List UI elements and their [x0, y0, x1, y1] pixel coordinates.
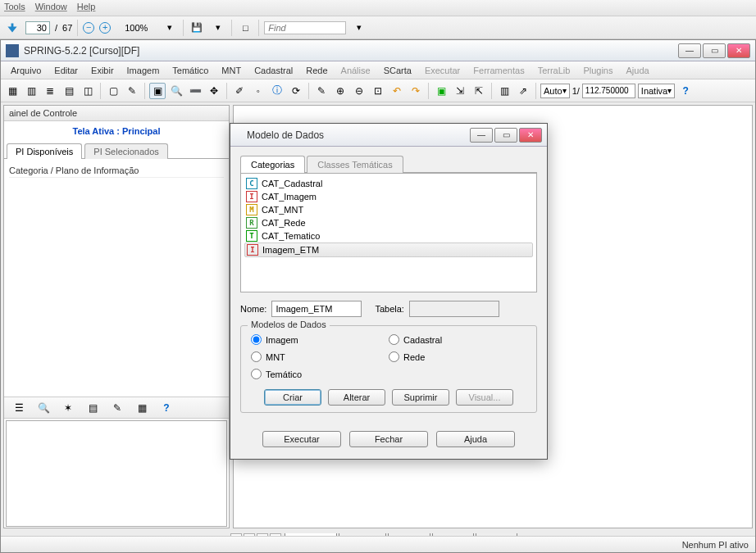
pan-icon[interactable]: ✥	[206, 83, 222, 99]
scale-mode-combo[interactable]: Auto ▾	[540, 84, 570, 98]
list-item[interactable]: IImagem_ETM	[244, 243, 533, 257]
menu-ferramentas[interactable]: Ferramentas	[468, 64, 529, 77]
radio-cadastral[interactable]: Cadastral	[389, 334, 526, 345]
find-input[interactable]	[264, 21, 346, 34]
measure-icon[interactable]: ✐	[231, 83, 248, 99]
menu-rede[interactable]: Rede	[301, 64, 332, 77]
help2-icon[interactable]: ?	[158, 400, 175, 416]
alterar-button[interactable]: Alterar	[328, 389, 385, 406]
menu-arquivo[interactable]: Arquivo	[6, 64, 46, 77]
point-icon[interactable]: ✎	[124, 83, 140, 99]
suprimir-button[interactable]: Suprimir	[392, 389, 449, 406]
layers-icon[interactable]: ≣	[42, 83, 58, 99]
radio-tematico[interactable]: Temático	[251, 369, 389, 379]
save-dropdown-icon[interactable]: ▾	[210, 20, 226, 36]
arrows-in-icon[interactable]: ⇱	[471, 83, 487, 99]
category-label: Imagem_ETM	[262, 245, 319, 255]
table-icon[interactable]: ▦	[134, 400, 150, 416]
link-icon[interactable]: ▣	[433, 83, 449, 99]
scale-input[interactable]	[582, 84, 635, 98]
info-icon[interactable]: ⓘ	[269, 83, 285, 99]
menu-plugins[interactable]: Plugins	[578, 64, 617, 77]
next-icon[interactable]: ↷	[408, 83, 424, 99]
info-point-icon[interactable]: ◦	[250, 83, 266, 99]
draw-icon[interactable]: ✎	[313, 83, 330, 99]
arrows-out-icon[interactable]: ⇲	[452, 83, 468, 99]
menu-executar[interactable]: Executar	[420, 64, 465, 77]
tab-classes-tematicas[interactable]: Classes Temáticas	[307, 156, 403, 173]
help-icon[interactable]: ?	[677, 83, 694, 99]
menu-help[interactable]: Help	[77, 2, 96, 14]
tab-pi-disponiveis[interactable]: PI Disponíveis	[7, 143, 82, 159]
menu-scarta[interactable]: SCarta	[379, 64, 417, 77]
zoom-plus-icon[interactable]: ⊕	[332, 83, 348, 99]
folder-icon[interactable]: ▥	[23, 83, 39, 99]
list-item[interactable]: CCAT_Cadastral	[244, 177, 533, 190]
page-current-input[interactable]	[25, 21, 50, 34]
save-icon[interactable]: 💾	[189, 20, 205, 36]
radio-rede[interactable]: Rede	[389, 351, 526, 362]
find-dropdown-icon[interactable]: ▾	[351, 20, 367, 36]
dialog-maximize-button[interactable]: ▭	[494, 128, 517, 143]
menu-terralib[interactable]: TerraLib	[533, 64, 576, 77]
dialog-title: Modelo de Dados	[247, 129, 470, 141]
pencil-icon[interactable]: ✎	[109, 400, 125, 416]
criar-button[interactable]: Criar	[264, 389, 321, 406]
nome-input[interactable]	[271, 301, 362, 317]
menu-tematico[interactable]: Temático	[167, 64, 213, 77]
zoom-out-icon[interactable]: −	[83, 22, 94, 34]
maximize-button[interactable]: ▭	[703, 43, 726, 58]
menu-cadastral[interactable]: Cadastral	[249, 64, 298, 77]
zoom-level-input[interactable]	[116, 23, 157, 33]
grid-icon[interactable]: ▤	[61, 83, 77, 99]
prop-icon[interactable]: ✶	[60, 400, 76, 416]
menu-tools[interactable]: Tools	[4, 2, 25, 14]
list-item[interactable]: RCAT_Rede	[244, 216, 533, 229]
close-button[interactable]: ✕	[727, 43, 750, 58]
category-list[interactable]: CCAT_CadastralICAT_ImagemMCAT_MNTRCAT_Re…	[240, 173, 537, 292]
list-item[interactable]: MCAT_MNT	[244, 203, 533, 216]
menu-ajuda[interactable]: Ajuda	[621, 64, 654, 77]
tab-pi-selecionados[interactable]: PI Selecionados	[84, 143, 168, 159]
zoom-in-icon[interactable]: +	[99, 22, 111, 34]
square-icon[interactable]: ▢	[105, 83, 121, 99]
executar-button[interactable]: Executar	[262, 431, 341, 447]
radio-imagem[interactable]: Imagem	[251, 334, 389, 345]
dialog-icon	[235, 129, 247, 141]
minimize-button[interactable]: —	[678, 43, 701, 58]
zoom-in-icon[interactable]: 🔍	[168, 83, 184, 99]
list-item[interactable]: TCAT_Tematico	[244, 229, 533, 243]
menu-imagem[interactable]: Imagem	[122, 64, 165, 77]
palette-icon[interactable]: ◫	[80, 83, 96, 99]
fechar-button[interactable]: Fechar	[349, 431, 428, 447]
dialog-minimize-button[interactable]: —	[470, 128, 493, 143]
menu-editar[interactable]: Editar	[49, 64, 83, 77]
tab-categorias[interactable]: Categorias	[240, 156, 305, 173]
find-icon[interactable]: 🔍	[35, 400, 52, 416]
refresh-icon[interactable]: ⟳	[288, 83, 304, 99]
dialog-close-button[interactable]: ✕	[519, 128, 542, 143]
zoom-dropdown-icon[interactable]: ▾	[162, 20, 178, 36]
radio-mnt[interactable]: MNT	[251, 351, 389, 362]
menu-analise[interactable]: Análise	[336, 64, 376, 77]
print-icon[interactable]: □	[237, 20, 253, 36]
compass-icon[interactable]: ⇗	[515, 83, 531, 99]
list-item[interactable]: ICAT_Imagem	[244, 190, 533, 203]
edit-icon[interactable]: ▤	[84, 400, 101, 416]
page-down-icon[interactable]	[4, 20, 20, 36]
zoom-minus-icon[interactable]: ⊖	[351, 83, 367, 99]
list-icon[interactable]: ☰	[11, 400, 27, 416]
zoom-extent-icon[interactable]: ⊡	[370, 83, 386, 99]
ajuda-button[interactable]: Ajuda	[436, 431, 515, 447]
db-icon[interactable]: ▦	[4, 83, 20, 99]
menu-mnt[interactable]: MNT	[216, 64, 246, 77]
menu-window[interactable]: Window	[35, 2, 67, 14]
ruler-icon[interactable]: ▥	[496, 83, 512, 99]
status-combo[interactable]: Inativa ▾	[638, 84, 675, 98]
prev-icon[interactable]: ↶	[389, 83, 405, 99]
zoom-out-icon[interactable]: ➖	[187, 83, 203, 99]
menu-exibir[interactable]: Exibir	[86, 64, 119, 77]
tela-ativa-link[interactable]: Tela Ativa : Principal	[73, 126, 161, 136]
dialog-tabs: Categorias Classes Temáticas	[240, 155, 537, 173]
cursor-icon[interactable]: ▣	[149, 83, 166, 99]
